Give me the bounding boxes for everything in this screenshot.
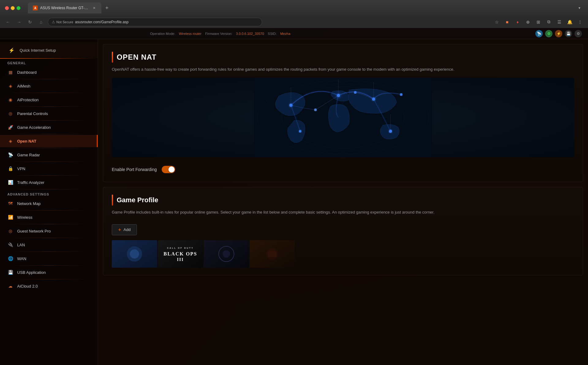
open-nat-description: OpenNAT offers a hassle-free way to crea… bbox=[112, 66, 574, 73]
game-thumb-1[interactable] bbox=[112, 240, 157, 268]
notifications-button[interactable]: 🔔 bbox=[565, 18, 574, 26]
open-nat-title: OPEN NAT bbox=[117, 53, 156, 61]
address-input[interactable]: ⚠ Not Secure asusrouter.com/GameProfile.… bbox=[48, 18, 262, 26]
sidebar-item-parental-controls[interactable]: ◎ Parental Controls bbox=[0, 107, 98, 120]
firmware-label: Firmware Version: bbox=[205, 32, 232, 35]
tab-scroll-button[interactable]: ▾ bbox=[576, 4, 583, 12]
sidebar-item-lan[interactable]: 🔌 LAN bbox=[0, 239, 98, 251]
operation-mode-value[interactable]: Wireless router bbox=[179, 32, 202, 35]
extensions-button[interactable]: ⧉ bbox=[545, 18, 553, 26]
router-ui: Operation Mode: Wireless router Firmware… bbox=[0, 28, 588, 365]
sidebar-item-label: USB Application bbox=[17, 270, 46, 275]
sidebar-item-dashboard[interactable]: ▦ Dashboard bbox=[0, 66, 98, 78]
sidebar-divider bbox=[7, 265, 90, 266]
game-thumb-call-of-duty[interactable]: CALL OF DUTY BLACK OPS III bbox=[158, 240, 203, 268]
game-thumb-4[interactable] bbox=[250, 240, 295, 268]
tab-title: ASUS Wireless Router GT-B... bbox=[40, 6, 89, 10]
parental-controls-icon: ◎ bbox=[7, 110, 13, 117]
game-acceleration-icon: 🚀 bbox=[7, 124, 13, 130]
sidebar-item-game-acceleration[interactable]: 🚀 Game Acceleration bbox=[0, 121, 98, 133]
new-tab-button[interactable]: + bbox=[103, 4, 111, 12]
extension-3-icon[interactable]: ⊕ bbox=[524, 18, 532, 26]
sidebar-item-label: Traffic Analyzer bbox=[17, 180, 44, 185]
sidebar-item-usb-application[interactable]: 💾 USB Application bbox=[0, 266, 98, 278]
forward-icon: → bbox=[17, 20, 21, 24]
minimize-window-button[interactable] bbox=[11, 6, 15, 10]
sidebar-item-label: Open NAT bbox=[17, 139, 36, 143]
sidebar-item-label: Guest Network Pro bbox=[17, 229, 51, 233]
port-forwarding-toggle[interactable] bbox=[162, 166, 175, 173]
game-thumb-3[interactable] bbox=[204, 240, 249, 268]
profiles-button[interactable]: ☰ bbox=[555, 18, 564, 26]
svg-text:BLACK OPS: BLACK OPS bbox=[164, 251, 197, 256]
back-button[interactable]: ← bbox=[4, 18, 12, 26]
sidebar-item-guest-network-pro[interactable]: ◎ Guest Network Pro bbox=[0, 225, 98, 237]
dashboard-icon: ▦ bbox=[7, 69, 13, 75]
sidebar-divider bbox=[7, 106, 90, 107]
status-icons: 📡 ⚙ ⚡ 💾 ⚙ bbox=[535, 30, 582, 37]
tab-favicon-icon: A bbox=[33, 6, 38, 10]
sidebar-item-wan[interactable]: 🌐 WAN bbox=[0, 252, 98, 265]
extension-2-icon[interactable]: ♦ bbox=[513, 18, 522, 26]
sidebar-divider bbox=[7, 148, 90, 148]
sidebar-item-label: Game Acceleration bbox=[17, 125, 51, 130]
refresh-icon: ↻ bbox=[28, 20, 32, 24]
sidebar-divider bbox=[7, 251, 90, 252]
svg-point-17 bbox=[287, 102, 295, 109]
tab-bar: A ASUS Wireless Router GT-B... ✕ + bbox=[28, 2, 571, 13]
wireless-icon: 📶 bbox=[7, 214, 13, 220]
extension-1-icon[interactable]: ■ bbox=[503, 18, 511, 26]
vpn-icon: 🔒 bbox=[7, 166, 13, 172]
sidebar-item-quick-internet[interactable]: ⚡ Quick Internet Setup bbox=[0, 42, 98, 58]
sidebar-item-traffic-analyzer[interactable]: 📊 Traffic Analyzer bbox=[0, 176, 98, 188]
svg-point-18 bbox=[334, 91, 343, 100]
bookmark-button[interactable]: ☆ bbox=[492, 18, 501, 26]
status-settings-icon[interactable]: ⚙ bbox=[545, 30, 552, 37]
close-window-button[interactable] bbox=[5, 6, 9, 10]
browser-tab-active[interactable]: A ASUS Wireless Router GT-B... ✕ bbox=[28, 2, 101, 13]
tab-close-button[interactable]: ✕ bbox=[92, 6, 96, 10]
browser-toolbar-right: ☆ ■ ♦ ⊕ ⊞ ⧉ ☰ 🔔 ⋮ bbox=[492, 18, 584, 26]
menu-button[interactable]: ⋮ bbox=[576, 18, 584, 26]
svg-point-19 bbox=[370, 95, 377, 103]
add-button-label: Add bbox=[123, 227, 130, 232]
sidebar-general-header: General bbox=[0, 59, 98, 66]
back-icon: ← bbox=[6, 20, 10, 24]
game-radar-icon: 📡 bbox=[7, 152, 13, 158]
home-button[interactable]: ⌂ bbox=[37, 18, 45, 26]
status-device-icon[interactable]: 💾 bbox=[565, 30, 572, 37]
status-gear-icon[interactable]: ⚙ bbox=[575, 30, 582, 37]
sidebar-item-label: AiProtection bbox=[17, 98, 39, 102]
sidebar-item-open-nat[interactable]: ◈ Open NAT bbox=[0, 135, 98, 147]
sidebar-item-network-map[interactable]: 🗺 Network Map bbox=[0, 197, 98, 210]
forward-button[interactable]: → bbox=[15, 18, 23, 26]
address-bar: ← → ↻ ⌂ ⚠ Not Secure asusrouter.com/Game… bbox=[0, 16, 588, 28]
sidebar-item-game-radar[interactable]: 📡 Game Radar bbox=[0, 149, 98, 161]
sidebar-item-label: AiCloud 2.0 bbox=[17, 284, 38, 289]
fullscreen-window-button[interactable] bbox=[17, 6, 21, 10]
sidebar-item-aicloud[interactable]: ☁ AiCloud 2.0 bbox=[0, 280, 98, 292]
refresh-button[interactable]: ↻ bbox=[26, 18, 34, 26]
call-of-duty-bg: CALL OF DUTY BLACK OPS III bbox=[158, 240, 203, 268]
status-wifi-icon[interactable]: 📡 bbox=[535, 30, 543, 37]
svg-rect-37 bbox=[268, 251, 277, 257]
sidebar-item-aiprotection[interactable]: ◉ AiProtection bbox=[0, 94, 98, 106]
ssid-value[interactable]: Mezha bbox=[280, 32, 290, 35]
aimesh-icon: ◈ bbox=[7, 83, 13, 89]
sidebar-item-wireless[interactable]: 📶 Wireless bbox=[0, 211, 98, 223]
firmware-value[interactable]: 3.0.0.6.102_33570 bbox=[236, 32, 264, 35]
extension-4-icon[interactable]: ⊞ bbox=[534, 18, 543, 26]
sidebar-item-aimesh[interactable]: ◈ AiMesh bbox=[0, 80, 98, 92]
lan-icon: 🔌 bbox=[7, 242, 13, 248]
quick-internet-label: Quick Internet Setup bbox=[20, 48, 56, 53]
svg-text:CALL OF DUTY: CALL OF DUTY bbox=[167, 247, 194, 249]
sidebar-divider bbox=[7, 120, 90, 121]
toggle-knob bbox=[168, 166, 175, 173]
usb-icon: 💾 bbox=[7, 269, 13, 275]
status-warning-icon[interactable]: ⚡ bbox=[555, 30, 562, 37]
sidebar-item-vpn[interactable]: 🔒 VPN bbox=[0, 162, 98, 175]
add-game-button[interactable]: + Add bbox=[112, 224, 137, 235]
sidebar-item-label: AiMesh bbox=[17, 84, 30, 88]
game-profile-card-inner: Game Profile Game Profile includes built… bbox=[103, 187, 583, 275]
sidebar-divider bbox=[7, 189, 90, 189]
